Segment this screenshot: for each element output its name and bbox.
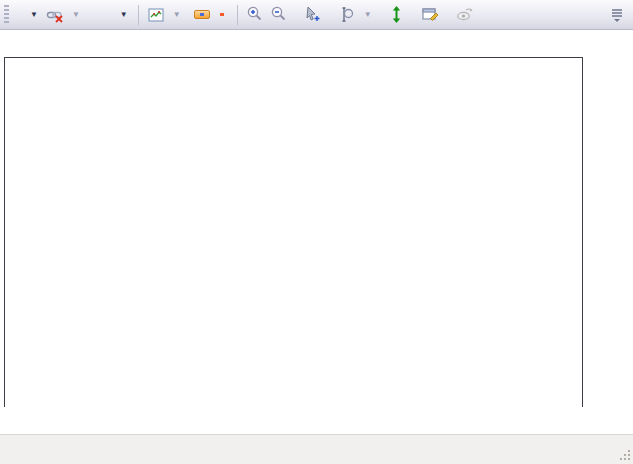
symbol-link-off-icon[interactable] <box>45 5 65 25</box>
resize-grip[interactable] <box>618 450 630 462</box>
timeframe-dropdown-arrow-icon[interactable]: ▼ <box>117 8 131 21</box>
ask-underline <box>220 13 224 16</box>
chart-properties-icon[interactable] <box>421 5 441 25</box>
bid-button[interactable] <box>194 10 210 19</box>
date-axis-top <box>0 30 633 58</box>
chart-frame <box>4 57 583 408</box>
symbol-dropdown-arrow-icon[interactable]: ▼ <box>27 8 41 21</box>
toolbar-separator <box>138 5 139 25</box>
fit-scale-icon[interactable] <box>387 5 407 25</box>
status-strip <box>0 434 633 464</box>
ask-button[interactable] <box>214 10 230 19</box>
inspect-dropdown-arrow-icon[interactable]: ▼ <box>361 8 375 21</box>
time-axis-bottom[interactable] <box>0 407 633 434</box>
symbol-combo[interactable] <box>15 13 23 17</box>
zoom-in-icon[interactable] <box>245 5 265 25</box>
toolbar: ▼ ▼ ▼ ▼ <box>0 0 633 30</box>
cursor-add-icon[interactable] <box>303 5 323 25</box>
link-dropdown-arrow-icon[interactable]: ▼ <box>69 8 83 21</box>
toolbar-grip[interactable] <box>4 5 9 25</box>
inspect-icon[interactable] <box>337 5 357 25</box>
zoom-out-icon[interactable] <box>269 5 289 25</box>
chart-type-dropdown-arrow-icon[interactable]: ▼ <box>170 8 184 21</box>
chart-type-icon[interactable] <box>146 5 166 25</box>
candlestick-chart[interactable] <box>5 58 582 407</box>
price-axis[interactable] <box>583 57 633 408</box>
more-icon[interactable] <box>607 5 627 25</box>
timeframe-combo[interactable] <box>87 13 95 17</box>
toolbar-separator <box>237 5 238 25</box>
bid-underline <box>200 13 204 16</box>
trading-app-window: ▼ ▼ ▼ ▼ <box>0 0 633 464</box>
preview-eye-icon[interactable] <box>455 5 475 25</box>
